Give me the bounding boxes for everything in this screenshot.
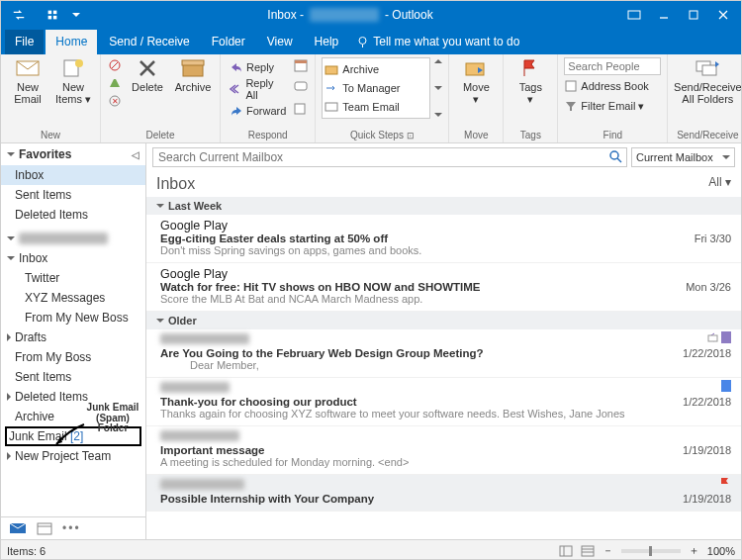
nav-inbox-twitter[interactable]: Twitter [1,268,145,288]
tab-send-receive[interactable]: Send / Receive [99,30,199,54]
search-scope-dropdown[interactable]: Current Mailbox [631,147,735,167]
group-quick-steps: Archive To Manager Team Email Quick Step… [316,54,449,142]
tags-button[interactable]: Tags ▾ [510,57,551,105]
qs-team-email[interactable]: Team Email [325,98,427,116]
quick-steps-gallery[interactable]: Archive To Manager Team Email [322,57,430,119]
message-item[interactable]: Are You Going to the February Web Design… [146,329,741,378]
more-respond-icon[interactable] [293,101,309,117]
svg-rect-1 [53,11,57,15]
junk-icon[interactable]: ✕ [107,93,123,109]
msg-preview: Thanks again for choosing XYZ software t… [160,408,731,420]
group-find-label: Find [564,130,661,140]
group-last-week[interactable]: Last Week [146,197,741,215]
zoom-slider[interactable] [621,549,681,553]
qs-archive[interactable]: Archive [325,60,427,78]
qat-customize-icon[interactable] [72,13,80,17]
view-normal-icon[interactable] [559,545,573,557]
ribbon-display-icon[interactable] [620,5,648,25]
message-item[interactable]: Google Play Egg-citing Easter deals star… [146,215,741,263]
svg-rect-34 [560,546,572,556]
status-bar: Items: 6 － ＋ 100% [1,539,741,560]
qs-down-icon[interactable] [434,86,442,90]
more-views-icon[interactable]: ••• [62,521,81,535]
favorites-header[interactable]: Favorites◁ [1,143,145,165]
search-mailbox-input[interactable] [152,147,627,167]
tab-folder[interactable]: Folder [202,30,255,54]
calendar-view-icon[interactable] [37,521,52,535]
meeting-icon[interactable] [293,57,309,73]
nav-fav-sent[interactable]: Sent Items [1,185,145,205]
new-email-button[interactable]: New Email [7,57,48,105]
tab-view[interactable]: View [257,30,303,54]
zoom-out-icon[interactable]: － [603,543,613,558]
msg-date: Fri 3/30 [695,233,731,244]
svg-rect-27 [702,65,716,75]
reply-button[interactable]: Reply [227,57,289,77]
nav-deleted-items[interactable]: Deleted Items [1,387,145,407]
ignore-icon[interactable] [107,57,123,73]
move-button[interactable]: Move ▾ [455,57,497,105]
menu-bar: File Home Send / Receive Folder View Hel… [1,29,741,54]
nav-drafts[interactable]: Drafts [1,327,145,347]
nav-from-my-boss[interactable]: From My Boss [1,347,145,367]
tab-help[interactable]: Help [305,30,349,54]
message-item[interactable]: Thank-you for choosing our product Thank… [146,378,741,426]
search-people-input[interactable] [564,57,661,75]
reply-icon [230,60,243,74]
group-older[interactable]: Older [146,312,741,329]
msg-date: 1/19/2018 [683,444,731,456]
msg-sender-redacted [160,333,249,344]
mail-view-icon[interactable] [9,521,27,535]
close-icon[interactable] [709,5,737,25]
msg-preview: Don't miss Spring savings on apps, games… [160,244,731,256]
account-header[interactable] [1,229,145,248]
filter-email-button[interactable]: Filter Email ▾ [564,97,661,115]
forward-button[interactable]: Forward [227,101,289,121]
message-item[interactable]: Possible Internship with Your Company 1/… [146,475,741,512]
nav-inbox[interactable]: Inbox [1,248,145,268]
send-receive-all-button[interactable]: Send/Receive All Folders [674,57,741,105]
view-reading-icon[interactable] [581,545,595,557]
qs-expand-icon[interactable] [434,113,442,117]
nav-fav-deleted[interactable]: Deleted Items [1,205,145,225]
qat-sendreceive-icon[interactable] [5,5,33,25]
minimize-icon[interactable] [650,5,678,25]
tab-home[interactable]: Home [46,30,97,54]
cleanup-icon[interactable] [107,75,123,91]
group-qs-label: Quick Steps [350,130,404,140]
svg-line-32 [617,158,621,162]
im-icon[interactable] [293,79,309,95]
msg-subject: Thank-you for choosing our product [160,396,731,408]
ribbon: New Email New Items ▾ New ✕ Delete Archi… [1,54,741,143]
archive-label: Archive [175,81,212,93]
address-book-button[interactable]: Address Book [564,77,661,95]
title-account-redacted: xxxxxxx [310,8,379,22]
maximize-icon[interactable] [680,5,707,25]
nav-inbox-xyz[interactable]: XYZ Messages [1,288,145,308]
filter-all-dropdown[interactable]: All ▾ [708,175,731,193]
search-icon[interactable] [609,150,622,163]
collapse-pane-icon[interactable]: ◁ [132,149,139,160]
archive-button[interactable]: Archive [172,57,214,109]
qs-up-icon[interactable] [434,59,442,63]
reply-all-button[interactable]: Reply All [227,79,289,99]
qat-undo-icon[interactable] [39,5,66,25]
msg-sender-redacted [160,382,230,393]
nav-fav-inbox[interactable]: Inbox [1,165,145,185]
zoom-in-icon[interactable]: ＋ [689,543,699,558]
new-items-label: New Items ▾ [55,81,91,105]
group-delete: ✕ Delete Archive Delete [101,54,221,142]
msg-date: 1/22/2018 [683,347,731,359]
msg-date: 1/19/2018 [683,493,731,505]
nav-sent-items[interactable]: Sent Items [1,367,145,387]
tab-file[interactable]: File [5,30,44,54]
nav-inbox-newboss[interactable]: From My New Boss [1,308,145,327]
qs-to-manager[interactable]: To Manager [325,79,427,97]
message-item[interactable]: Important message A meeting is scheduled… [146,426,741,475]
tell-me-search[interactable]: Tell me what you want to do [356,35,519,54]
message-item[interactable]: Google Play Watch for free: Hit TV shows… [146,263,741,312]
delete-button[interactable]: Delete [127,57,168,109]
svg-point-7 [359,37,366,44]
msg-preview: Score the MLB At Bat and NCAA March Madn… [160,293,731,305]
new-items-button[interactable]: New Items ▾ [52,57,94,105]
